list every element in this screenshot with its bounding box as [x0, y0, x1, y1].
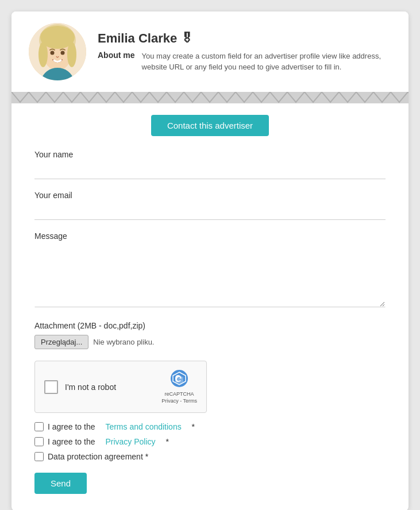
terms-required: *	[192, 422, 195, 431]
attachment-label: Attachment (2MB - doc,pdf,zip)	[34, 321, 386, 330]
captcha-right: reCAPTCHA Privacy - Terms	[161, 369, 197, 404]
zigzag-svg	[11, 92, 409, 103]
terms-prefix: I agree to the	[48, 422, 95, 431]
about-label: About me	[98, 51, 135, 73]
privacy-prefix: I agree to the	[48, 437, 95, 446]
svg-point-4	[38, 42, 48, 67]
profile-header: Emilia Clarke 🎖 About me You may create …	[11, 11, 409, 92]
email-label: Your email	[34, 191, 386, 200]
data-protection-label: Data protection agreement *	[48, 452, 148, 461]
message-textarea[interactable]	[34, 244, 386, 307]
svg-point-5	[67, 42, 76, 67]
attachment-group: Attachment (2MB - doc,pdf,zip) Przegląda…	[34, 321, 386, 349]
privacy-row: I agree to the Privacy Policy *	[34, 437, 386, 446]
form-section: Contact this advertiser Your name Your e…	[11, 103, 409, 510]
terms-link[interactable]: Terms and conditions	[105, 422, 181, 431]
browse-button[interactable]: Przeglądaj...	[34, 335, 88, 349]
message-label: Message	[34, 231, 386, 241]
privacy-required: *	[165, 437, 168, 446]
profile-name: Emilia Clarke 🎖	[98, 31, 391, 46]
captcha-left: I'm not a robot	[44, 380, 116, 394]
main-card: Emilia Clarke 🎖 About me You may create …	[11, 11, 409, 510]
file-input-row: Przeglądaj... Nie wybrano pliku.	[34, 335, 386, 349]
data-protection-row: Data protection agreement *	[34, 452, 386, 461]
privacy-checkbox[interactable]	[34, 437, 44, 446]
name-group: Your name	[34, 150, 386, 179]
zigzag-divider	[11, 92, 409, 103]
captcha-label: I'm not a robot	[65, 382, 116, 392]
name-text: Emilia Clarke	[98, 31, 177, 45]
name-label: Your name	[34, 150, 386, 159]
about-row: About me You may create a custom field f…	[98, 51, 391, 73]
recaptcha-brand: reCAPTCHA Privacy - Terms	[161, 391, 197, 404]
message-group: Message	[34, 231, 386, 310]
avatar	[29, 23, 86, 80]
contact-advertiser-button[interactable]: Contact this advertiser	[151, 115, 269, 136]
data-protection-checkbox[interactable]	[34, 452, 44, 461]
send-button[interactable]: Send	[34, 473, 87, 494]
medal-emoji: 🎖	[180, 31, 193, 45]
contact-btn-row: Contact this advertiser	[34, 115, 386, 136]
captcha-box: I'm not a robot reCAPTCHA Privacy - Term…	[34, 361, 207, 413]
svg-point-7	[61, 51, 65, 55]
recaptcha-logo	[170, 369, 188, 388]
privacy-link[interactable]: Privacy Policy	[105, 437, 155, 446]
profile-info: Emilia Clarke 🎖 About me You may create …	[98, 31, 391, 73]
email-input[interactable]	[34, 203, 386, 220]
file-name-text: Nie wybrano pliku.	[93, 338, 154, 346]
terms-checkbox[interactable]	[34, 422, 44, 431]
svg-point-6	[51, 51, 55, 55]
name-input[interactable]	[34, 163, 386, 179]
about-text: You may create a custom field for an adv…	[142, 51, 391, 73]
captcha-checkbox[interactable]	[44, 380, 58, 394]
terms-row: I agree to the Terms and conditions *	[34, 422, 386, 431]
email-group: Your email	[34, 191, 386, 220]
